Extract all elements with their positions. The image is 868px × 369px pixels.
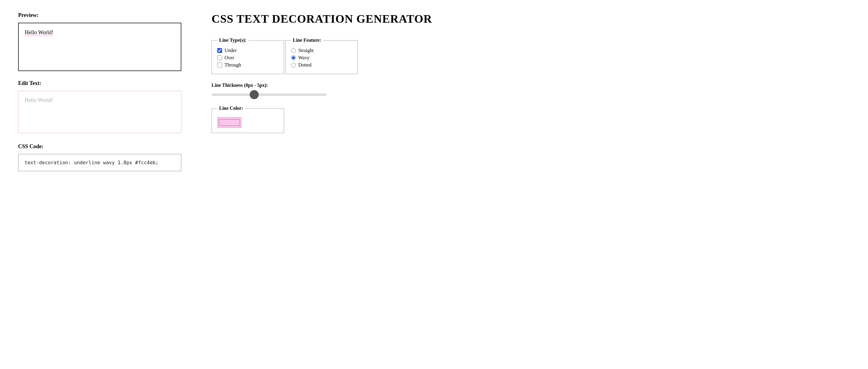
line-thickness-section: Line Thickness (0px - 5px): [212, 83, 850, 97]
line-feature-legend: Line Feature: [291, 37, 323, 43]
line-feature-dotted-label: Dotted [298, 62, 312, 68]
line-feature-wavy-radio[interactable] [291, 55, 296, 60]
edit-text-input[interactable] [18, 91, 181, 133]
line-feature-straight-radio[interactable] [291, 48, 296, 53]
line-color-legend: Line Color: [217, 106, 245, 111]
line-type-over-row[interactable]: Over [217, 55, 278, 60]
line-types-group: Line Type(s): Under Over Through [212, 37, 284, 74]
right-panel: CSS TEXT DECORATION GENERATOR Line Type(… [193, 12, 850, 357]
line-type-through-row[interactable]: Through [217, 62, 278, 68]
line-type-under-checkbox[interactable] [217, 48, 222, 53]
edit-text-label: Edit Text: [18, 80, 181, 86]
line-color-group: Line Color: [212, 106, 284, 133]
line-feature-dotted-radio[interactable] [291, 63, 296, 67]
line-feature-wavy-label: Wavy [298, 55, 309, 60]
left-panel: Preview: Hello World! Edit Text: CSS Cod… [18, 12, 193, 357]
preview-label: Preview: [18, 12, 181, 19]
line-color-picker[interactable] [217, 117, 242, 128]
line-type-through-label: Through [224, 62, 241, 68]
line-type-over-checkbox[interactable] [217, 55, 222, 60]
line-color-section: Line Color: [212, 106, 850, 133]
css-code-label: CSS Code: [18, 143, 181, 150]
line-feature-straight-row[interactable]: Straight [291, 48, 352, 53]
line-feature-straight-label: Straight [298, 48, 314, 53]
line-type-through-checkbox[interactable] [217, 63, 222, 67]
preview-text: Hello World! [25, 29, 54, 35]
line-feature-wavy-row[interactable]: Wavy [291, 55, 352, 60]
line-feature-dotted-row[interactable]: Dotted [291, 62, 352, 68]
line-thickness-slider[interactable] [212, 93, 327, 96]
page-title: CSS TEXT DECORATION GENERATOR [212, 12, 850, 25]
line-type-under-row[interactable]: Under [217, 48, 278, 53]
color-picker-wrapper [217, 117, 278, 128]
line-type-under-label: Under [224, 48, 237, 53]
line-type-over-label: Over [224, 55, 234, 60]
css-code-display: text-decoration: underline wavy 1.8px #f… [18, 154, 181, 171]
line-feature-group: Line Feature: Straight Wavy Dotted [285, 37, 358, 74]
line-types-legend: Line Type(s): [217, 37, 248, 43]
line-thickness-label: Line Thickness (0px - 5px): [212, 83, 850, 88]
preview-box: Hello World! [18, 23, 181, 71]
